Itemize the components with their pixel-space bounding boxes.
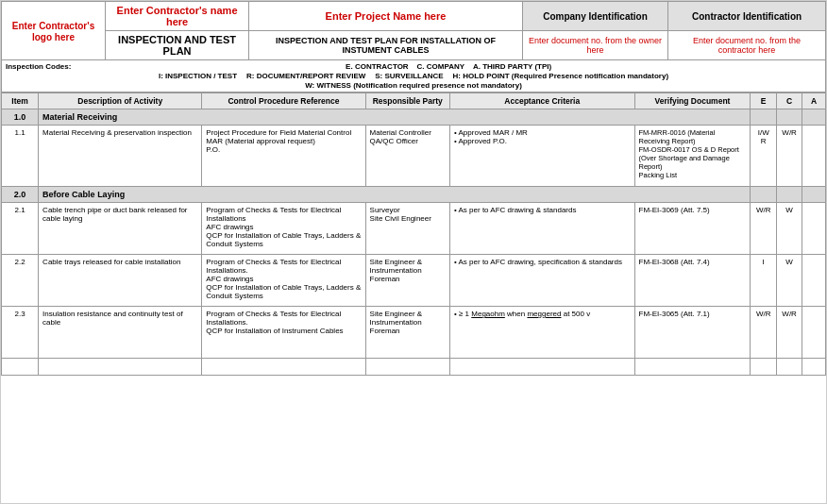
row-1-1-e: I/WR <box>751 126 776 187</box>
company-id-header: Company Identification <box>522 2 667 31</box>
row-2-3-proc: Program of Checks & Tests for Electrical… <box>202 307 365 359</box>
empty-verify <box>634 359 751 376</box>
row-2-1: 2.1 Cable trench pipe or duct bank relea… <box>2 203 826 255</box>
codes-section: Inspection Codes: E. CONTRACTOR C. COMPA… <box>1 60 826 92</box>
code-a: A. THIRD PARTY (TPI) <box>473 62 551 71</box>
s1-a <box>802 109 826 126</box>
row-2-3-c: W/R <box>776 307 802 359</box>
section-1-header: 1.0 Material Receiving <box>2 109 826 126</box>
empty-c <box>776 359 802 376</box>
th-item: Item <box>2 93 39 109</box>
s2-c <box>776 187 802 203</box>
company-doc-cell: Enter document no. from the owner here <box>522 31 667 60</box>
section-2-header: 2.0 Before Cable Laying <box>2 187 826 203</box>
code-witness-line: W: WITNESS (Notification required presen… <box>6 81 821 90</box>
row-1-1-verify: FM-MRR-0016 (Material Receiving Report)F… <box>634 126 751 187</box>
s2-a <box>802 187 826 203</box>
row-2-2-verify: FM-EI-3068 (Att. 7.4) <box>634 255 751 307</box>
empty-proc <box>202 359 365 376</box>
row-1-1-id: 1.1 <box>2 126 39 187</box>
row-2-3-e: W/R <box>751 307 776 359</box>
logo-text: Enter Contractor's logo here <box>12 21 94 42</box>
codes-label: Inspection Codes: <box>6 62 71 71</box>
code-e: E. CONTRACTOR <box>346 62 409 71</box>
project-name-cell: Enter Project Name here <box>249 2 523 31</box>
row-2-2-proc: Program of Checks & Tests for Electrical… <box>202 255 365 307</box>
code-surveillance: S: SURVEILLANCE <box>375 72 443 80</box>
row-1-1-criteria: • Approved MAR / MR • Approved P.O. <box>449 126 634 187</box>
row-1-1-a <box>802 126 826 187</box>
row-2-2-a <box>802 255 826 307</box>
contractor-name-cell: Enter Contractor's name here <box>106 2 249 31</box>
row-2-1-id: 2.1 <box>2 203 39 255</box>
section-1-id: 1.0 <box>2 109 39 126</box>
itp-title: INSPECTION AND TEST PLAN <box>118 34 236 57</box>
row-2-2-c: W <box>776 255 802 307</box>
contractor-id-header: Contractor Identification <box>668 2 826 31</box>
row-2-2-id: 2.2 <box>2 255 39 307</box>
code-witness: W: WITNESS (Notification required presen… <box>305 81 522 90</box>
code-review: R: DOCUMENT/REPORT REVIEW <box>246 72 365 80</box>
row-2-1-party: SurveyorSite Civil Engineer <box>365 203 449 255</box>
row-1-1-c: W/R <box>776 126 802 187</box>
row-2-1-c: W <box>776 203 802 255</box>
section-1-title: Material Receiving <box>39 109 751 126</box>
th-proc: Control Procedure Reference <box>202 93 365 109</box>
row-2-1-a <box>802 203 826 255</box>
row-1-1-proc: Project Procedure for Field Material Con… <box>202 126 365 187</box>
row-2-1-proc: Program of Checks & Tests for Electrical… <box>202 203 365 255</box>
row-2-1-desc: Cable trench pipe or duct bank released … <box>39 203 202 255</box>
empty-desc <box>39 359 202 376</box>
main-table: Item Description of Activity Control Pro… <box>1 92 826 376</box>
row-1-1-desc: Material Receiving & preservation inspec… <box>39 126 202 187</box>
row-2-2-e: I <box>751 255 776 307</box>
row-2-3: 2.3 Insulation resistance and continuity… <box>2 307 826 359</box>
empty-e <box>751 359 776 376</box>
th-party: Responsible Party <box>365 93 449 109</box>
row-2-2-criteria: • As per to AFC drawing, specification &… <box>449 255 634 307</box>
row-2-3-verify: FM-EI-3065 (Att. 7.1) <box>634 307 751 359</box>
row-1-1-party: Material ControllerQA/QC Officer <box>365 126 449 187</box>
s1-c <box>776 109 802 126</box>
empty-id <box>2 359 39 376</box>
s2-e <box>751 187 776 203</box>
row-1-1: 1.1 Material Receiving & preservation in… <box>2 126 826 187</box>
code-hold: H: HOLD POINT (Required Presence notific… <box>453 72 668 80</box>
itp-desc-cell: INSPECTION AND TEST PLAN FOR INSTALLATIO… <box>249 31 523 60</box>
th-verify: Verifying Document <box>634 93 751 109</box>
code-c: C. COMPANY <box>417 62 465 71</box>
logo-cell: Enter Contractor's logo here <box>2 2 106 60</box>
section-2-title: Before Cable Laying <box>39 187 751 203</box>
row-2-1-e: W/R <box>751 203 776 255</box>
row-empty <box>2 359 826 376</box>
empty-a <box>802 359 826 376</box>
th-e: E <box>751 93 776 109</box>
row-2-3-a <box>802 307 826 359</box>
contractor-id-label: Contractor Identification <box>692 11 802 22</box>
row-2-2: 2.2 Cable trays released for cable insta… <box>2 255 826 307</box>
th-desc: Description of Activity <box>39 93 202 109</box>
row-2-3-id: 2.3 <box>2 307 39 359</box>
th-criteria: Acceptance Criteria <box>449 93 634 109</box>
contractor-name: Enter Contractor's name here <box>117 5 238 27</box>
row-2-3-criteria: • ≥ 1 Megaohm when meggered at 500 v <box>449 307 634 359</box>
code-inspection: I: INSPECTION / TEST <box>159 72 237 80</box>
contractor-doc: Enter document no. from the contractor h… <box>693 36 801 55</box>
contractor-doc-cell: Enter document no. from the contractor h… <box>668 31 826 60</box>
company-doc: Enter document no. from the owner here <box>529 36 662 55</box>
project-name: Enter Project Name here <box>326 10 447 22</box>
s1-e <box>751 109 776 126</box>
page: Enter Contractor's logo here Enter Contr… <box>0 0 827 504</box>
row-2-1-criteria: • As per to AFC drawing & standards <box>449 203 634 255</box>
header-table: Enter Contractor's logo here Enter Contr… <box>1 1 826 60</box>
row-2-2-desc: Cable trays released for cable installat… <box>39 255 202 307</box>
row-2-3-desc: Insulation resistance and continuity tes… <box>39 307 202 359</box>
empty-criteria <box>449 359 634 376</box>
th-a: A <box>802 93 826 109</box>
row-2-1-verify: FM-EI-3069 (Att. 7.5) <box>634 203 751 255</box>
itp-description: INSPECTION AND TEST PLAN FOR INSTALLATIO… <box>276 36 496 55</box>
row-2-3-party: Site Engineer &InstrumentationForeman <box>365 307 449 359</box>
section-2-id: 2.0 <box>2 187 39 203</box>
row-2-2-party: Site Engineer &InstrumentationForeman <box>365 255 449 307</box>
th-c: C <box>776 93 802 109</box>
